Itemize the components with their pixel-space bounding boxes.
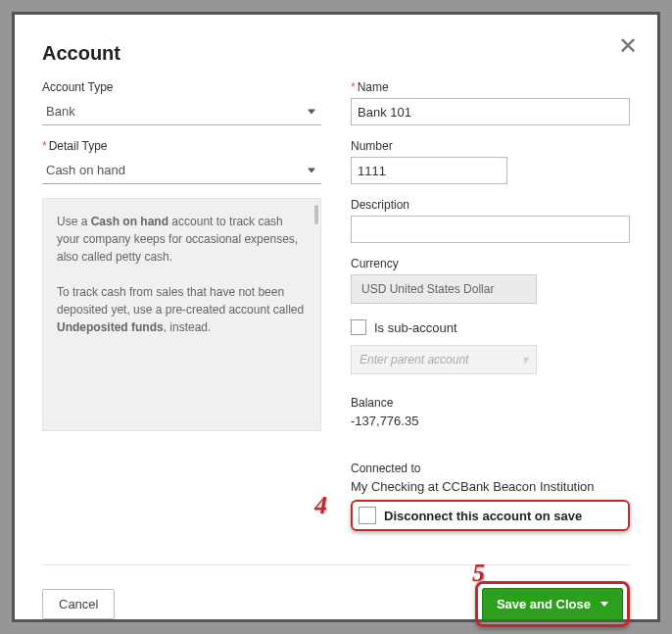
account-modal: ✕ Account Account Type Bank Detail Type … [12, 12, 660, 622]
caret-down-icon [308, 109, 315, 114]
caret-down-icon [308, 168, 315, 172]
cancel-button[interactable]: Cancel [42, 589, 115, 619]
description-label: Description [351, 198, 630, 212]
left-column: Account Type Bank Detail Type Cash on ha… [42, 80, 321, 545]
annotation-4: 4 [314, 491, 327, 520]
modal-body: Account Type Bank Detail Type Cash on ha… [15, 76, 657, 564]
right-column: Name Number Description Currency USD Uni… [351, 80, 630, 545]
currency-select[interactable]: USD United States Dollar [351, 274, 537, 304]
save-label: Save and Close [497, 597, 591, 611]
disconnect-checkbox[interactable] [359, 507, 376, 524]
disconnect-label: Disconnect this account on save [384, 509, 582, 523]
disconnect-row: Disconnect this account on save [351, 500, 630, 531]
annotation-5: 5 [472, 559, 485, 588]
currency-value: USD United States Dollar [361, 282, 494, 296]
account-type-value: Bank [46, 104, 75, 119]
detail-type-help: Use a Cash on hand account to track cash… [42, 198, 321, 431]
modal-header: Account [15, 15, 657, 76]
detail-type-value: Cash on hand [46, 163, 125, 177]
balance-label: Balance [351, 396, 630, 410]
modal-footer: Cancel Save and Close [15, 565, 657, 634]
save-and-close-button[interactable]: Save and Close [482, 588, 623, 620]
sub-account-checkbox[interactable] [351, 319, 366, 335]
connected-label: Connected to [351, 462, 630, 475]
number-label: Number [351, 139, 630, 153]
modal-title: Account [42, 42, 630, 65]
help-text: Use a Cash on hand account to track cash… [57, 213, 305, 336]
detail-type-select[interactable]: Cash on hand [42, 157, 321, 184]
parent-account-select: Enter parent account ▾ [351, 345, 537, 374]
parent-placeholder: Enter parent account [360, 353, 468, 366]
balance-value: -137,776.35 [351, 414, 630, 428]
connected-value: My Checking at CCBank Beacon Institution [351, 479, 630, 494]
sub-account-label: Is sub-account [374, 320, 457, 335]
account-type-select[interactable]: Bank [42, 98, 321, 125]
scrollbar-thumb[interactable] [314, 205, 318, 224]
account-type-label: Account Type [42, 80, 321, 94]
name-label: Name [351, 80, 630, 94]
name-input[interactable] [351, 98, 630, 125]
description-input[interactable] [351, 216, 630, 243]
number-input[interactable] [351, 157, 507, 184]
caret-down-icon[interactable] [600, 602, 608, 607]
detail-type-label: Detail Type [42, 139, 321, 153]
close-icon[interactable]: ✕ [618, 32, 638, 60]
currency-label: Currency [351, 257, 630, 270]
save-highlight: Save and Close [475, 581, 630, 627]
